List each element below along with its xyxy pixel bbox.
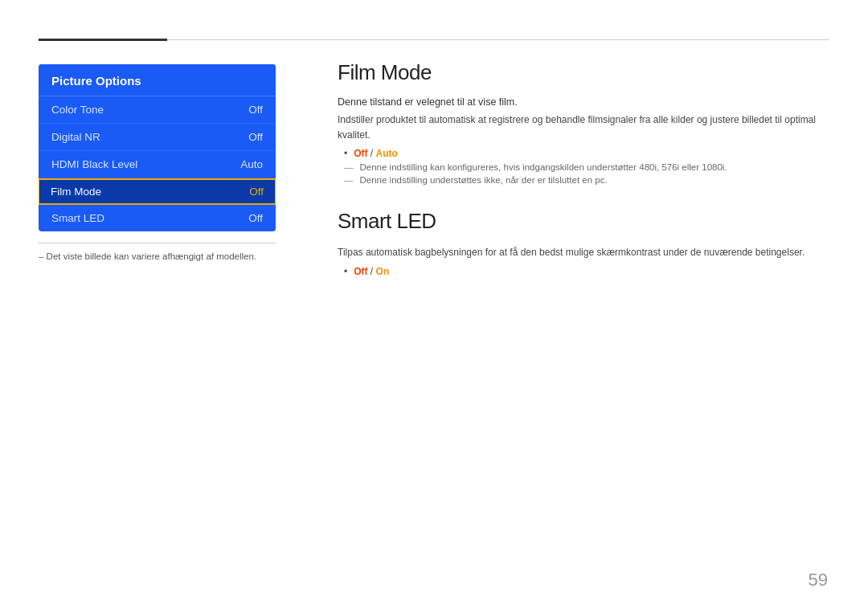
picture-options-menu: Picture Options Color Tone Off Digital N…	[39, 64, 276, 231]
hdmi-black-level-label: HDMI Black Level	[51, 158, 137, 170]
menu-note: – Det viste billede kan variere afhængig…	[39, 251, 276, 261]
menu-item-smart-led[interactable]: Smart LED Off	[39, 205, 276, 231]
smart-led-section: Smart LED Tilpas automatisk bagbelysning…	[338, 209, 828, 276]
film-mode-dash1: Denne indstilling kan konfigureres, hvis…	[344, 162, 828, 172]
smart-led-label: Smart LED	[51, 212, 104, 224]
film-mode-section: Film Mode Denne tilstand er velegnet til…	[338, 60, 828, 185]
menu-divider	[39, 243, 276, 243]
smart-led-options: Off / On	[344, 266, 828, 277]
film-mode-dash2: Denne indstilling understøttes ikke, når…	[344, 175, 828, 185]
color-tone-label: Color Tone	[51, 104, 104, 116]
film-mode-value: Off	[249, 186, 264, 198]
right-content: Film Mode Denne tilstand er velegnet til…	[338, 60, 828, 280]
film-mode-title: Film Mode	[338, 60, 828, 85]
film-mode-auto-label: Auto	[376, 148, 398, 159]
top-decoration	[39, 39, 829, 41]
hdmi-black-level-value: Auto	[240, 158, 263, 170]
smart-led-option-text: Off / On	[354, 266, 389, 277]
smart-led-off-label: Off	[354, 266, 367, 277]
page-number: 59	[809, 570, 828, 591]
film-mode-subtitle: Denne tilstand er velegnet til at vise f…	[338, 96, 828, 108]
menu-title: Picture Options	[39, 64, 276, 96]
smart-led-slash: /	[368, 266, 376, 277]
top-line-light	[167, 39, 829, 40]
smart-led-body: Tilpas automatisk bagbelysningen for at …	[338, 245, 828, 260]
left-panel: Picture Options Color Tone Off Digital N…	[39, 64, 276, 261]
color-tone-value: Off	[248, 104, 263, 116]
smart-led-title: Smart LED	[338, 209, 828, 234]
digital-nr-label: Digital NR	[51, 131, 100, 143]
smart-led-on-label: On	[376, 266, 390, 277]
menu-item-hdmi-black-level[interactable]: HDMI Black Level Auto	[39, 151, 276, 178]
menu-item-digital-nr[interactable]: Digital NR Off	[39, 124, 276, 151]
film-mode-off: Off / Auto	[354, 148, 398, 159]
film-mode-off-label: Off	[354, 148, 367, 159]
top-line-dark	[39, 39, 167, 41]
menu-item-color-tone[interactable]: Color Tone Off	[39, 96, 276, 124]
smart-led-value: Off	[248, 212, 263, 224]
film-mode-label: Film Mode	[51, 186, 101, 198]
digital-nr-value: Off	[248, 131, 263, 143]
film-mode-body: Indstiller produktet til automatisk at r…	[338, 112, 828, 143]
menu-item-film-mode[interactable]: Film Mode Off	[39, 178, 276, 205]
film-mode-options: Off / Auto	[344, 148, 828, 159]
film-mode-slash: /	[368, 148, 376, 159]
